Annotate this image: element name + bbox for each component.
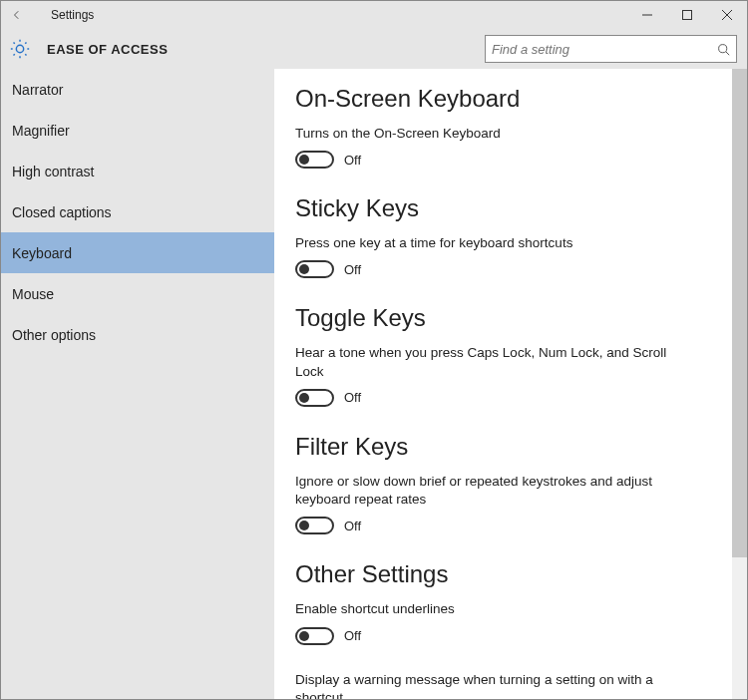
scroll-area: On-Screen Keyboard Turns on the On-Scree… bbox=[274, 69, 747, 699]
close-button[interactable] bbox=[707, 1, 747, 29]
back-button[interactable] bbox=[1, 10, 33, 20]
header: EASE OF ACCESS bbox=[1, 29, 747, 69]
toggle-row-sticky: Off bbox=[295, 260, 723, 278]
sidebar-item-label: Closed captions bbox=[12, 204, 112, 220]
window-title: Settings bbox=[51, 8, 94, 22]
sidebar-item-keyboard[interactable]: Keyboard bbox=[1, 232, 274, 273]
section-title-sticky: Sticky Keys bbox=[295, 194, 723, 222]
sidebar-item-label: Mouse bbox=[12, 286, 54, 302]
minimize-button[interactable] bbox=[627, 1, 667, 29]
toggle-state-sticky: Off bbox=[344, 262, 361, 277]
body: Narrator Magnifier High contrast Closed … bbox=[1, 69, 747, 699]
toggle-row-other1: Off bbox=[295, 627, 723, 645]
sidebar-item-mouse[interactable]: Mouse bbox=[1, 273, 274, 314]
toggle-state-filter: Off bbox=[344, 519, 361, 533]
toggle-row-osk: Off bbox=[295, 151, 723, 169]
sidebar-item-magnifier[interactable]: Magnifier bbox=[1, 110, 274, 151]
scrollbar-thumb[interactable] bbox=[732, 69, 747, 557]
window-controls bbox=[627, 1, 747, 29]
toggle-shortcut-underlines[interactable] bbox=[295, 627, 334, 645]
category-title: EASE OF ACCESS bbox=[47, 42, 168, 57]
svg-line-5 bbox=[725, 51, 728, 54]
section-title-osk: On-Screen Keyboard bbox=[295, 85, 723, 113]
sidebar-item-other-options[interactable]: Other options bbox=[1, 314, 274, 355]
sidebar-item-label: Narrator bbox=[12, 82, 63, 98]
sidebar-item-closed-captions[interactable]: Closed captions bbox=[1, 191, 274, 232]
sidebar-item-label: Keyboard bbox=[12, 245, 72, 261]
section-desc-osk: Turns on the On-Screen Keyboard bbox=[295, 125, 674, 143]
scrollbar[interactable] bbox=[732, 69, 747, 699]
svg-rect-1 bbox=[683, 11, 692, 20]
gear-icon bbox=[9, 38, 31, 60]
sidebar-item-narrator[interactable]: Narrator bbox=[1, 69, 274, 110]
settings-window: Settings EASE OF ACCESS Narra bbox=[0, 0, 748, 700]
close-icon bbox=[722, 10, 732, 20]
sidebar: Narrator Magnifier High contrast Closed … bbox=[1, 69, 274, 699]
svg-point-4 bbox=[718, 44, 726, 52]
section-title-toggle: Toggle Keys bbox=[295, 304, 723, 332]
section-desc-toggle: Hear a tone when you press Caps Lock, Nu… bbox=[295, 344, 674, 380]
toggle-row-toggle: Off bbox=[295, 389, 723, 407]
maximize-icon bbox=[682, 10, 692, 20]
toggle-state-toggle: Off bbox=[344, 390, 361, 405]
maximize-button[interactable] bbox=[667, 1, 707, 29]
section-desc-filter: Ignore or slow down brief or repeated ke… bbox=[295, 473, 674, 509]
toggle-sticky[interactable] bbox=[295, 260, 334, 278]
section-desc-other1: Enable shortcut underlines bbox=[295, 600, 674, 618]
section-desc-other2: Display a warning message when turning a… bbox=[295, 671, 674, 699]
search-input[interactable] bbox=[492, 42, 716, 57]
search-icon bbox=[716, 42, 730, 56]
sidebar-item-label: Magnifier bbox=[12, 123, 70, 139]
toggle-row-filter: Off bbox=[295, 517, 723, 534]
toggle-filter[interactable] bbox=[295, 517, 334, 534]
toggle-togglekeys[interactable] bbox=[295, 389, 334, 407]
titlebar: Settings bbox=[1, 1, 747, 29]
search-box[interactable] bbox=[485, 35, 737, 63]
sidebar-item-high-contrast[interactable]: High contrast bbox=[1, 151, 274, 191]
toggle-state-osk: Off bbox=[344, 153, 361, 168]
section-desc-sticky: Press one key at a time for keyboard sho… bbox=[295, 234, 674, 252]
toggle-osk[interactable] bbox=[295, 151, 334, 169]
section-title-filter: Filter Keys bbox=[295, 433, 723, 461]
section-title-other: Other Settings bbox=[295, 560, 723, 588]
sidebar-item-label: Other options bbox=[12, 327, 96, 343]
back-arrow-icon bbox=[12, 10, 22, 20]
toggle-state-other1: Off bbox=[344, 628, 361, 643]
minimize-icon bbox=[642, 10, 652, 20]
content: On-Screen Keyboard Turns on the On-Scree… bbox=[274, 69, 747, 699]
sidebar-item-label: High contrast bbox=[12, 164, 94, 179]
